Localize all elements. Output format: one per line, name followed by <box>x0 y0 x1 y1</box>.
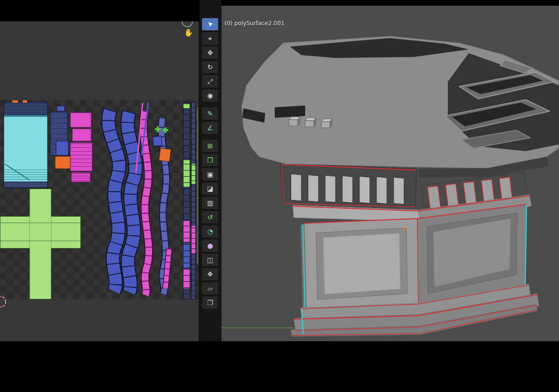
uv-island-cyan-panel[interactable] <box>4 100 48 188</box>
cursor-icon: ⌖ <box>208 35 212 42</box>
uv-scrollbar[interactable] <box>197 107 198 264</box>
model-hood <box>241 36 559 178</box>
loop-cut-icon: ▥ <box>207 200 213 206</box>
tool-loop-cut[interactable]: ▥ <box>202 197 218 209</box>
hand-glyph: ✋ <box>184 28 193 37</box>
tool-scale[interactable]: ⤢ <box>202 75 218 87</box>
uv-island-blue-chain-b[interactable] <box>127 112 135 292</box>
model-3d[interactable] <box>222 6 559 341</box>
bevel-icon: ◪ <box>207 185 213 192</box>
uv-2d-cursor[interactable] <box>0 296 6 307</box>
tool-rip-region[interactable]: ❒ <box>202 296 218 309</box>
viewport-3d[interactable]: (0) polySurface2.001 <box>222 6 559 341</box>
sphere-project-icon: ● <box>207 242 213 249</box>
rotate-icon: ↻ <box>207 64 213 70</box>
tool-shrink-fatten[interactable]: ✥ <box>202 268 218 280</box>
tool-rotate[interactable]: ↻ <box>202 61 218 73</box>
tool-inset-faces[interactable]: ▣ <box>202 168 218 181</box>
tool-edge-slide[interactable]: ◫ <box>202 254 218 266</box>
tool-tweak[interactable]: ➤ <box>202 18 218 30</box>
smooth-icon: ◔ <box>207 228 213 235</box>
hand-pan-icon[interactable]: ✋ <box>183 26 195 38</box>
uv-island-green-cross[interactable] <box>0 189 81 299</box>
shear-icon: ▱ <box>208 285 213 292</box>
active-object-label: (0) polySurface2.001 <box>224 20 284 27</box>
inset-faces-icon: ▣ <box>207 171 213 178</box>
shrink-fatten-icon: ✥ <box>207 271 213 277</box>
tool-smooth[interactable]: ◔ <box>202 225 218 238</box>
tool-cursor[interactable]: ⌖ <box>202 32 218 45</box>
measure-icon: ∠ <box>207 124 213 131</box>
spin-icon: ↺ <box>207 214 213 220</box>
app-window: ✋ ➤⌖✥↻⤢◉✎∠⊞❐▣◪▥↺◔●◫✥▱❒ <box>0 0 559 392</box>
model-band <box>280 163 416 207</box>
uv-islands-canvas[interactable] <box>0 21 199 341</box>
uv-editor-panel[interactable]: ✋ <box>0 21 200 341</box>
tool-column: ➤⌖✥↻⤢◉✎∠⊞❐▣◪▥↺◔●◫✥▱❒ <box>200 0 222 341</box>
grid-lines <box>222 281 294 341</box>
annotate-icon: ✎ <box>207 110 213 117</box>
move-icon: ✥ <box>207 49 213 56</box>
edge-slide-icon: ◫ <box>207 257 213 263</box>
uv-island-blue-chain-a[interactable] <box>108 110 119 291</box>
tool-shear[interactable]: ▱ <box>202 282 218 295</box>
toolbar-tools: ➤⌖✥↻⤢◉✎∠⊞❐▣◪▥↺◔●◫✥▱❒ <box>202 18 218 311</box>
tool-bevel[interactable]: ◪ <box>202 182 218 195</box>
uv-island-pink-strip[interactable] <box>165 249 169 288</box>
tool-annotate[interactable]: ✎ <box>202 107 218 120</box>
rip-region-icon: ❒ <box>207 299 213 306</box>
tool-sphere-project[interactable]: ● <box>202 239 218 252</box>
extrude-region-icon: ❐ <box>207 157 213 163</box>
tool-spin[interactable]: ↺ <box>202 211 218 223</box>
toolbar-separator <box>202 136 218 140</box>
tool-move[interactable]: ✥ <box>202 47 218 59</box>
tool-extrude-region[interactable]: ❐ <box>202 154 218 166</box>
scale-icon: ⤢ <box>207 78 212 85</box>
transform-icon: ◉ <box>207 92 213 99</box>
toolbar-separator <box>202 104 218 107</box>
tool-transform[interactable]: ◉ <box>202 89 218 102</box>
uv-island-right-strips[interactable] <box>183 102 195 299</box>
tool-measure[interactable]: ∠ <box>202 122 218 134</box>
add-cube-icon: ⊞ <box>207 143 213 149</box>
tool-add-cube[interactable]: ⊞ <box>202 140 218 152</box>
tweak-icon: ➤ <box>206 20 214 29</box>
origin-dot <box>404 228 406 230</box>
